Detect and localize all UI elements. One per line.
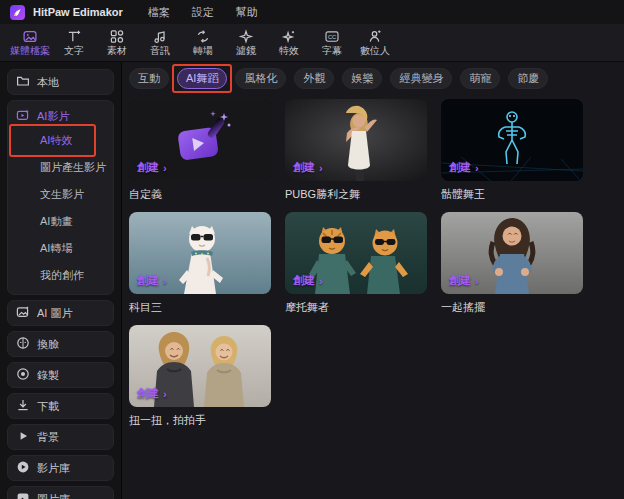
thumbnail-blonde-woman-dancing: 創建›: [285, 99, 427, 181]
chevron-right-icon: ›: [163, 388, 167, 400]
sidebar-item-video-library[interactable]: 影片庫: [7, 455, 114, 481]
thumbnail-glowing-skeleton-dancer: 創建›: [441, 99, 583, 181]
create-label: 創建: [137, 160, 159, 175]
chevron-right-icon: ›: [163, 275, 167, 287]
toolbar-elements[interactable]: 素材: [98, 29, 136, 56]
create-button[interactable]: 創建›: [137, 386, 167, 401]
create-button[interactable]: 創建›: [449, 273, 479, 288]
toolbar-label: 素材: [107, 45, 127, 56]
template-card-moto-dancer[interactable]: 創建› 摩托舞者: [285, 212, 427, 315]
tab-festival[interactable]: 節慶: [508, 68, 548, 89]
download-icon: [16, 398, 30, 414]
sidebar-item-image-library[interactable]: 圖片庫: [7, 486, 114, 499]
create-label: 創建: [137, 386, 159, 401]
toolbar-label: 濾鏡: [236, 45, 256, 56]
toolbar-label: 音訊: [150, 45, 170, 56]
chevron-right-icon: ›: [475, 162, 479, 174]
template-card-sway-together[interactable]: 創建› 一起搖擺: [441, 212, 583, 315]
media-files-icon: [22, 29, 38, 44]
sidebar-item-download[interactable]: 下載: [7, 393, 114, 419]
thumbnail-custom-video-effect: 創建›: [129, 99, 271, 181]
create-button[interactable]: 創建›: [137, 160, 167, 175]
background-icon: [16, 429, 30, 445]
create-label: 創建: [449, 160, 471, 175]
sidebar-item-ai-animation[interactable]: AI動畫: [8, 208, 113, 235]
toolbar-label: 媒體檔案: [10, 45, 50, 56]
template-grid: 創建› 自定義: [129, 99, 624, 428]
tab-appearance[interactable]: 外觀: [294, 68, 334, 89]
transition-icon: [195, 29, 211, 44]
toolbar-digital-human[interactable]: 數位人: [356, 29, 394, 56]
menu-settings[interactable]: 設定: [185, 5, 221, 20]
sidebar-subitem-label: AI動畫: [40, 215, 72, 227]
tab-interactive[interactable]: 互動: [129, 68, 169, 89]
video-library-icon: [16, 460, 30, 476]
sidebar-subitem-label: 我的創作: [40, 269, 84, 281]
toolbar-label: 字幕: [322, 45, 342, 56]
toolbar-label: 轉場: [193, 45, 213, 56]
image-library-icon: [16, 491, 30, 499]
template-card-skeleton-king[interactable]: 創建› 骷髏舞王: [441, 99, 583, 202]
sidebar-group-ai-video: AI影片 AI特效 圖片產生影片 文生影片 AI動畫 AI轉場 我的創作: [7, 100, 114, 295]
create-button[interactable]: 創建›: [449, 160, 479, 175]
template-title: 自定義: [129, 187, 271, 202]
tab-label: 經典變身: [399, 72, 443, 84]
chevron-right-icon: ›: [475, 275, 479, 287]
tab-entertainment[interactable]: 娛樂: [342, 68, 382, 89]
digital-human-icon: [367, 29, 383, 44]
content-area: 本地 AI影片 AI特效 圖片產生影片 文生影片 AI動畫 AI轉場 我的創作 …: [0, 62, 624, 499]
tab-stylized[interactable]: 風格化: [235, 68, 286, 89]
sidebar-item-text-to-video[interactable]: 文生影片: [8, 181, 113, 208]
sidebar-item-label: AI 圖片: [37, 306, 72, 321]
sidebar-item-label: 影片庫: [37, 461, 70, 476]
create-button[interactable]: 創建›: [293, 273, 323, 288]
toolbar-subtitle[interactable]: CC 字幕: [313, 29, 351, 56]
sidebar-item-my-creations[interactable]: 我的創作: [8, 262, 113, 289]
sidebar-item-local[interactable]: 本地: [7, 69, 114, 95]
template-title: 摩托舞者: [285, 300, 427, 315]
sidebar-subitem-label: 圖片產生影片: [40, 161, 106, 173]
create-label: 創建: [293, 160, 315, 175]
subtitle-icon: CC: [324, 29, 340, 44]
menu-help[interactable]: 幫助: [229, 5, 265, 20]
tab-ai-dance[interactable]: AI舞蹈: [177, 68, 227, 89]
thumbnail-curly-hair-woman-dancing: 創建›: [441, 212, 583, 294]
toolbar-filter[interactable]: 濾鏡: [227, 29, 265, 56]
sidebar-item-label: 本地: [37, 75, 59, 90]
template-card-subject-three[interactable]: 創建› 科目三: [129, 212, 271, 315]
toolbar-effects[interactable]: 特效: [270, 29, 308, 56]
toolbar-text[interactable]: 文字: [55, 29, 93, 56]
sidebar-item-image-to-video[interactable]: 圖片產生影片: [8, 154, 113, 181]
tab-cute-pets[interactable]: 萌寵: [460, 68, 500, 89]
sidebar-item-ai-image[interactable]: AI 圖片: [7, 300, 114, 326]
sidebar-item-ai-effects[interactable]: AI特效: [8, 127, 113, 154]
main-toolbar: 媒體檔案 文字 素材 音訊 轉場 濾鏡 特效 CC 字幕 數位人: [0, 24, 624, 62]
tab-classic-transform[interactable]: 經典變身: [390, 68, 452, 89]
toolbar-transition[interactable]: 轉場: [184, 29, 222, 56]
create-button[interactable]: 創建›: [293, 160, 323, 175]
toolbar-audio[interactable]: 音訊: [141, 29, 179, 56]
sidebar-item-ai-transition[interactable]: AI轉場: [8, 235, 113, 262]
create-label: 創建: [137, 273, 159, 288]
folder-icon: [16, 74, 30, 90]
chevron-right-icon: ›: [163, 162, 167, 174]
sidebar-item-label: 換臉: [37, 337, 59, 352]
sidebar-subitem-label: AI特效: [40, 134, 72, 146]
menu-file[interactable]: 檔案: [141, 5, 177, 20]
sidebar-item-ai-video[interactable]: AI影片: [8, 105, 113, 127]
sidebar-item-background[interactable]: 背景: [7, 424, 114, 450]
tab-label: 風格化: [244, 72, 277, 84]
template-card-custom[interactable]: 創建› 自定義: [129, 99, 271, 202]
template-card-twist-clap[interactable]: 創建› 扭一扭，拍拍手: [129, 325, 271, 428]
template-card-pubg-dance[interactable]: 創建› PUBG勝利之舞: [285, 99, 427, 202]
sidebar-item-face-swap[interactable]: 換臉: [7, 331, 114, 357]
thumbnail-white-cat-sunglasses: 創建›: [129, 212, 271, 294]
template-title: 骷髏舞王: [441, 187, 583, 202]
sidebar-item-record[interactable]: 錄製: [7, 362, 114, 388]
tab-label: 外觀: [303, 72, 325, 84]
toolbar-media-files[interactable]: 媒體檔案: [10, 29, 50, 56]
sidebar-item-label: 下載: [37, 399, 59, 414]
create-button[interactable]: 創建›: [137, 273, 167, 288]
tab-label: 互動: [138, 72, 160, 84]
thumbnail-orange-cats-sunglasses: 創建›: [285, 212, 427, 294]
